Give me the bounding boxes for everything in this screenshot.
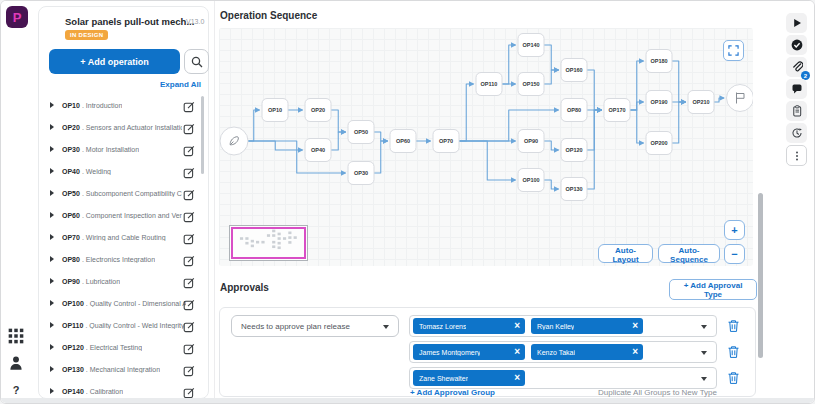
edit-operation-icon[interactable]: [183, 143, 195, 155]
expand-arrow-icon[interactable]: [50, 146, 54, 152]
approval-members-select[interactable]: James Montgomery×Kenzo Takai×: [409, 341, 717, 363]
delete-group-button[interactable]: [727, 371, 740, 386]
flow-node-OP30[interactable]: OP30: [348, 162, 374, 185]
edit-operation-icon[interactable]: [183, 121, 195, 133]
operation-row[interactable]: OP20 . Sensors and Actuator Installation: [39, 116, 208, 138]
add-approval-group-button[interactable]: + Add Approval Group: [410, 388, 495, 397]
expand-arrow-icon[interactable]: [50, 234, 54, 240]
minimap[interactable]: [229, 225, 308, 261]
flow-node-OP160[interactable]: OP160: [561, 59, 587, 82]
edit-operation-icon[interactable]: [183, 253, 195, 265]
more-options-button[interactable]: [786, 145, 807, 166]
expand-arrow-icon[interactable]: [50, 300, 54, 306]
add-approval-type-button[interactable]: + Add Approval Type: [669, 279, 757, 300]
zoom-out-button[interactable]: −: [724, 244, 745, 264]
app-logo[interactable]: P: [6, 6, 28, 28]
expand-arrow-icon[interactable]: [50, 102, 54, 108]
flow-node-start[interactable]: [220, 127, 248, 155]
auto-sequence-button[interactable]: Auto-Sequence: [658, 244, 720, 263]
delete-group-button[interactable]: [727, 345, 740, 360]
flow-node-OP120[interactable]: OP120: [561, 139, 587, 162]
flow-node-OP70[interactable]: OP70: [433, 130, 459, 153]
expand-arrow-icon[interactable]: [50, 344, 54, 350]
remove-member-icon[interactable]: ×: [632, 321, 638, 331]
flow-node-OP140[interactable]: OP140: [518, 34, 544, 57]
operation-row[interactable]: OP110 . Quality Control - Weld Integrity…: [39, 314, 208, 336]
edit-operation-icon[interactable]: [183, 231, 195, 243]
auto-layout-button[interactable]: Auto-Layout: [598, 244, 653, 263]
edit-operation-icon[interactable]: [183, 363, 195, 375]
flow-node-OP210[interactable]: OP210: [688, 91, 714, 114]
operation-row[interactable]: OP70 . Wiring and Cable Routing: [39, 226, 208, 248]
sequence-canvas[interactable]: OP10OP20OP40OP50OP30OP60OP70OP110OP140OP…: [219, 28, 753, 266]
edit-operation-icon[interactable]: [183, 275, 195, 287]
flow-node-OP60[interactable]: OP60: [390, 130, 416, 153]
user-icon[interactable]: [8, 356, 24, 370]
help-icon[interactable]: ?: [8, 383, 24, 397]
flow-node-OP20[interactable]: OP20: [305, 99, 331, 122]
remove-member-icon[interactable]: ×: [632, 347, 638, 357]
approval-type-select[interactable]: Needs to approve plan release: [231, 315, 399, 337]
expand-all-link[interactable]: Expand All: [160, 80, 201, 89]
add-operation-button[interactable]: + Add operation: [49, 49, 180, 74]
play-button[interactable]: [786, 13, 807, 33]
expand-arrow-icon[interactable]: [50, 190, 54, 196]
operation-row[interactable]: OP90 . Lubrication: [39, 270, 208, 292]
edit-operation-icon[interactable]: [183, 165, 195, 177]
flow-node-OP180[interactable]: OP180: [646, 50, 672, 73]
edit-operation-icon[interactable]: [183, 341, 195, 353]
remove-member-icon[interactable]: ×: [514, 321, 520, 331]
expand-arrow-icon[interactable]: [50, 366, 54, 372]
operation-row[interactable]: OP50 . Subcomponent Compatibility Check: [39, 182, 208, 204]
edit-operation-icon[interactable]: [183, 297, 195, 309]
operation-row[interactable]: OP30 . Motor Installation: [39, 138, 208, 160]
operation-row[interactable]: OP40 . Welding: [39, 160, 208, 182]
operation-row[interactable]: OP10 . Introduction: [39, 94, 208, 116]
apps-grid-icon[interactable]: [8, 329, 24, 343]
flow-node-OP80[interactable]: OP80: [561, 99, 587, 122]
expand-arrow-icon[interactable]: [50, 278, 54, 284]
operation-row[interactable]: OP130 . Mechanical Integration: [39, 358, 208, 380]
flow-node-OP170[interactable]: OP170: [604, 99, 630, 122]
approve-check-button[interactable]: [786, 35, 807, 55]
edit-operation-icon[interactable]: [183, 187, 195, 199]
operations-scrollbar[interactable]: [201, 96, 204, 174]
remove-member-icon[interactable]: ×: [514, 373, 520, 383]
flow-node-OP90[interactable]: OP90: [518, 130, 544, 153]
comments-button[interactable]: [786, 79, 807, 99]
main-scrollbar[interactable]: [758, 193, 763, 358]
flow-node-OP50[interactable]: OP50: [348, 121, 374, 144]
delete-group-button[interactable]: [727, 319, 740, 334]
flow-node-OP40[interactable]: OP40: [305, 139, 331, 162]
search-button[interactable]: [184, 49, 209, 74]
operation-row[interactable]: OP80 . Electronics Integration: [39, 248, 208, 270]
flow-node-end[interactable]: [727, 85, 754, 112]
expand-arrow-icon[interactable]: [50, 256, 54, 262]
flow-node-OP100[interactable]: OP100: [518, 169, 544, 192]
flow-node-OP10[interactable]: OP10: [262, 99, 288, 122]
expand-arrow-icon[interactable]: [50, 212, 54, 218]
remove-member-icon[interactable]: ×: [514, 347, 520, 357]
expand-arrow-icon[interactable]: [50, 388, 54, 394]
edit-operation-icon[interactable]: [183, 385, 195, 397]
edit-operation-icon[interactable]: [183, 209, 195, 221]
flow-node-OP150[interactable]: OP150: [518, 73, 544, 96]
flow-node-OP190[interactable]: OP190: [646, 91, 672, 114]
history-button[interactable]: [786, 123, 807, 143]
expand-arrow-icon[interactable]: [50, 124, 54, 130]
attachments-button[interactable]: 2: [786, 57, 807, 77]
flow-node-OP200[interactable]: OP200: [646, 132, 672, 155]
edit-operation-icon[interactable]: [183, 99, 195, 111]
operation-row[interactable]: OP60 . Component Inspection and Verifica…: [39, 204, 208, 226]
flow-node-OP110[interactable]: OP110: [476, 73, 502, 96]
fullscreen-button[interactable]: [723, 40, 744, 61]
approval-members-select[interactable]: Tomasz Lorens×Ryan Kelley×: [409, 315, 717, 337]
operation-row[interactable]: OP100 . Quality Control - Dimensional Ac…: [39, 292, 208, 314]
expand-arrow-icon[interactable]: [50, 322, 54, 328]
expand-arrow-icon[interactable]: [50, 168, 54, 174]
flow-node-OP130[interactable]: OP130: [561, 178, 587, 201]
approval-members-select[interactable]: Zane Shewalter×: [409, 367, 717, 389]
edit-operation-icon[interactable]: [183, 319, 195, 331]
clipboard-button[interactable]: [786, 101, 807, 121]
zoom-in-button[interactable]: +: [724, 220, 745, 240]
